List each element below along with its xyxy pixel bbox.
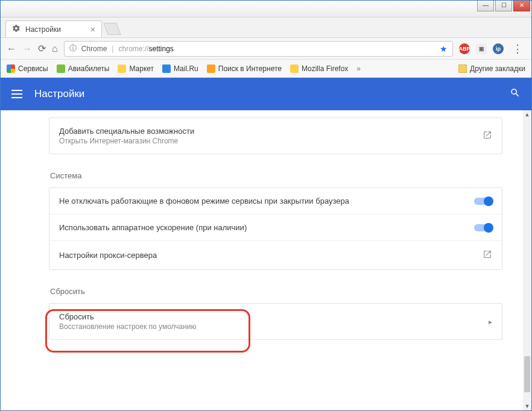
row-title: Использовать аппаратное ускорение (при н… — [59, 223, 474, 232]
bookmark-apps[interactable]: Сервисы — [7, 64, 48, 73]
omnibox-path: settings — [149, 45, 174, 53]
bookmark-label: Маркет — [129, 64, 154, 73]
row-subtitle: Открыть Интернет-магазин Chrome — [59, 137, 483, 145]
reset-card: Сбросить Восстановление настроек по умол… — [49, 303, 502, 340]
toggle-hardware-accel[interactable] — [474, 224, 492, 231]
system-card: Не отключать работающие в фоновом режиме… — [49, 187, 502, 270]
window-frame: — ☐ ✕ Настройки × ← → ⟳ ⌂ ⓘ Chrome | chr… — [0, 0, 532, 411]
firefox-icon — [290, 64, 299, 73]
row-title: Сбросить — [59, 312, 489, 321]
omnibox-protocol: chrome:// — [118, 45, 148, 53]
settings-search-button[interactable] — [510, 87, 521, 101]
bookmark-aviatickets[interactable]: Авиабилеты — [57, 64, 110, 73]
bookmark-overflow-button[interactable]: » — [356, 64, 361, 73]
open-external-icon — [483, 249, 492, 261]
bookmark-label: Сервисы — [18, 64, 48, 73]
bookmark-star-icon[interactable]: ★ — [440, 44, 448, 54]
plane-icon — [57, 64, 65, 73]
settings-header: Настройки — [1, 78, 531, 110]
window-close-button[interactable]: ✕ — [513, 1, 530, 11]
tab-strip: Настройки × — [1, 17, 531, 38]
window-titlebar: — ☐ ✕ — [1, 1, 531, 17]
system-background-apps-row[interactable]: Не отключать работающие в фоновом режиме… — [49, 188, 502, 215]
row-title: Настройки прокси-сервера — [59, 251, 483, 260]
row-title: Не отключать работающие в фоновом режиме… — [59, 196, 474, 206]
open-external-icon — [483, 130, 492, 142]
row-subtitle: Восстановление настроек по умолчанию — [59, 322, 489, 331]
accessibility-add-row[interactable]: Добавить специальные возможности Открыть… — [49, 118, 502, 154]
reset-settings-row[interactable]: Сбросить Восстановление настроек по умол… — [49, 304, 502, 339]
extension-ip-icon[interactable]: ip — [493, 43, 504, 54]
folder-icon — [458, 64, 467, 73]
row-title: Добавить специальные возможности — [59, 127, 483, 136]
tab-close-button[interactable]: × — [90, 25, 95, 34]
bookmark-label: Mail.Ru — [174, 64, 198, 73]
new-tab-button[interactable] — [103, 23, 121, 35]
scroll-up-button[interactable]: ▲ — [523, 110, 531, 119]
bookmark-mailru[interactable]: Mail.Ru — [162, 64, 198, 73]
section-heading-system: Система — [50, 171, 502, 180]
nav-back-button[interactable]: ← — [7, 43, 16, 54]
bookmark-internet-search[interactable]: Поиск в Интернете — [207, 64, 282, 73]
system-hardware-accel-row[interactable]: Использовать аппаратное ускорение (при н… — [49, 215, 502, 241]
chevron-right-icon: ▸ — [489, 318, 492, 326]
bookmark-mozilla[interactable]: Mozilla Firefox — [290, 64, 348, 73]
extension-generic-icon[interactable]: ▣ — [476, 43, 487, 54]
scroll-down-button[interactable]: ▼ — [523, 402, 531, 410]
mail-icon — [162, 64, 171, 73]
scrollbar-track[interactable]: ▲ ▼ — [523, 110, 531, 410]
browser-toolbar: ← → ⟳ ⌂ ⓘ Chrome | chrome://settings ★ A… — [1, 38, 531, 60]
nav-reload-button[interactable]: ⟳ — [38, 43, 46, 54]
bookmark-label: Поиск в Интернете — [218, 64, 282, 73]
bookmark-label: Mozilla Firefox — [302, 64, 348, 73]
info-icon: ⓘ — [69, 43, 77, 54]
apps-icon — [7, 64, 15, 73]
window-minimize-button[interactable]: — — [477, 1, 494, 11]
extension-abp-icon[interactable]: ABP — [459, 43, 470, 54]
cart-icon — [118, 64, 126, 73]
tab-settings[interactable]: Настройки × — [5, 20, 102, 37]
accessibility-card: Добавить специальные возможности Открыть… — [49, 118, 502, 154]
bookmark-other-folder[interactable]: Другие закладки — [458, 64, 525, 73]
bookmark-market[interactable]: Маркет — [118, 64, 154, 73]
magnifier-icon — [207, 64, 215, 73]
section-heading-reset: Сбросить — [50, 287, 502, 296]
nav-home-button[interactable]: ⌂ — [52, 43, 58, 54]
address-bar[interactable]: ⓘ Chrome | chrome://settings ★ — [64, 41, 453, 57]
gear-icon — [12, 24, 21, 34]
scroll-thumb[interactable] — [524, 356, 530, 392]
omnibox-origin-label: Chrome — [81, 45, 107, 53]
settings-page-title: Настройки — [34, 88, 84, 100]
tab-title: Настройки — [25, 25, 61, 34]
toggle-background-apps[interactable] — [474, 198, 492, 205]
bookmark-label: Другие закладки — [470, 64, 525, 73]
hamburger-menu-button[interactable] — [11, 90, 22, 98]
window-maximize-button[interactable]: ☐ — [495, 1, 512, 11]
system-proxy-row[interactable]: Настройки прокси-сервера — [49, 241, 502, 269]
bookmark-label: Авиабилеты — [68, 64, 110, 73]
settings-content-area: Добавить специальные возможности Открыть… — [1, 110, 531, 410]
bookmarks-bar: Сервисы Авиабилеты Маркет Mail.Ru Поиск … — [1, 60, 531, 78]
browser-menu-button[interactable]: ⋮ — [510, 42, 525, 55]
nav-forward-button[interactable]: → — [22, 43, 32, 54]
